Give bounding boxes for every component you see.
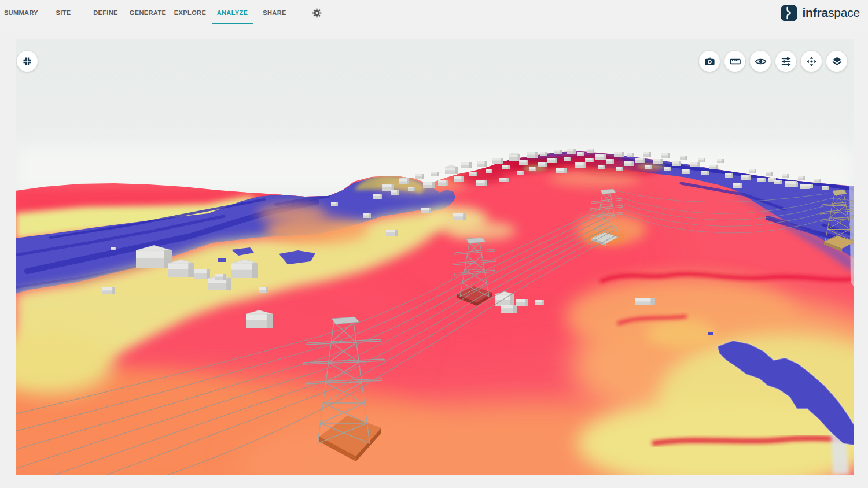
building xyxy=(643,152,651,157)
building xyxy=(477,161,487,167)
building xyxy=(540,152,547,156)
building xyxy=(399,177,409,184)
building xyxy=(595,154,606,160)
building xyxy=(431,172,439,176)
building xyxy=(616,167,623,171)
building xyxy=(461,162,472,168)
terrain-heatmap-scene xyxy=(16,39,854,475)
building xyxy=(567,149,576,154)
building xyxy=(635,298,655,305)
building xyxy=(535,300,544,305)
filter-settings-button[interactable] xyxy=(775,51,796,72)
building xyxy=(408,187,415,191)
building xyxy=(423,182,435,188)
building xyxy=(598,165,605,169)
building xyxy=(690,162,700,167)
building xyxy=(492,158,503,164)
building xyxy=(516,299,528,306)
ruler-icon xyxy=(729,56,741,68)
brand-name: infraspace xyxy=(802,6,860,20)
infraspace-logo-icon xyxy=(781,5,797,21)
building xyxy=(438,180,448,186)
building xyxy=(421,208,431,213)
building xyxy=(733,183,742,188)
building xyxy=(453,213,466,220)
building xyxy=(757,178,766,182)
tab-analyze[interactable]: ANALYZE xyxy=(211,0,253,25)
tab-summary[interactable]: SUMMARY xyxy=(0,0,42,25)
building xyxy=(517,171,524,175)
tab-generate[interactable]: GENERATE xyxy=(127,0,169,25)
screenshot-button[interactable] xyxy=(699,51,720,72)
building xyxy=(709,165,718,169)
building xyxy=(386,230,398,236)
building xyxy=(585,158,594,162)
building xyxy=(194,269,210,279)
building xyxy=(680,156,687,160)
tab-share[interactable]: SHARE xyxy=(253,0,296,25)
building xyxy=(391,190,399,195)
building xyxy=(502,165,510,169)
building xyxy=(509,153,520,161)
building xyxy=(246,310,273,328)
building xyxy=(168,260,194,277)
visibility-button[interactable] xyxy=(750,51,771,72)
building xyxy=(635,158,645,163)
tab-define[interactable]: DEFINE xyxy=(84,0,127,25)
building xyxy=(717,159,724,163)
map-viewport[interactable] xyxy=(16,39,854,475)
building xyxy=(701,171,709,175)
building xyxy=(363,213,371,218)
settings-button[interactable] xyxy=(296,0,338,25)
viewer-toolbar xyxy=(699,51,847,72)
building xyxy=(102,287,115,294)
layers-button[interactable] xyxy=(826,51,847,72)
building xyxy=(774,180,782,184)
building xyxy=(575,162,586,168)
building xyxy=(331,202,338,206)
building xyxy=(527,152,538,158)
building xyxy=(725,173,733,178)
building xyxy=(741,175,751,180)
eye-icon xyxy=(755,56,767,68)
building xyxy=(606,159,614,164)
building xyxy=(415,174,424,179)
camera-icon xyxy=(704,56,716,68)
building xyxy=(215,274,226,280)
tab-site[interactable]: SITE xyxy=(42,0,84,25)
building xyxy=(664,167,671,171)
tab-explore[interactable]: EXPLORE xyxy=(169,0,211,25)
building xyxy=(547,158,557,163)
building xyxy=(231,260,258,278)
building xyxy=(486,169,492,173)
building xyxy=(587,149,594,153)
layers-icon xyxy=(831,56,843,68)
measure-button[interactable] xyxy=(724,51,745,72)
building xyxy=(382,184,394,191)
building xyxy=(749,169,756,173)
building xyxy=(798,176,805,180)
pan-arrows-icon xyxy=(806,56,818,68)
compress-arrows-icon xyxy=(21,56,33,67)
building xyxy=(806,184,813,188)
building xyxy=(766,172,773,176)
building xyxy=(111,247,116,250)
building xyxy=(653,159,663,164)
building xyxy=(469,172,477,176)
building xyxy=(519,160,528,165)
building xyxy=(627,153,634,157)
building xyxy=(682,169,690,174)
building xyxy=(529,167,536,171)
recenter-view-button[interactable] xyxy=(17,51,38,72)
building xyxy=(499,178,509,182)
building xyxy=(373,194,382,199)
building xyxy=(782,174,789,178)
brand: infraspace xyxy=(781,0,860,25)
pan-mode-button[interactable] xyxy=(801,51,822,72)
building xyxy=(538,162,547,167)
building xyxy=(645,165,652,169)
building xyxy=(454,176,464,182)
building xyxy=(822,186,829,190)
building xyxy=(672,161,681,166)
building xyxy=(790,182,798,187)
